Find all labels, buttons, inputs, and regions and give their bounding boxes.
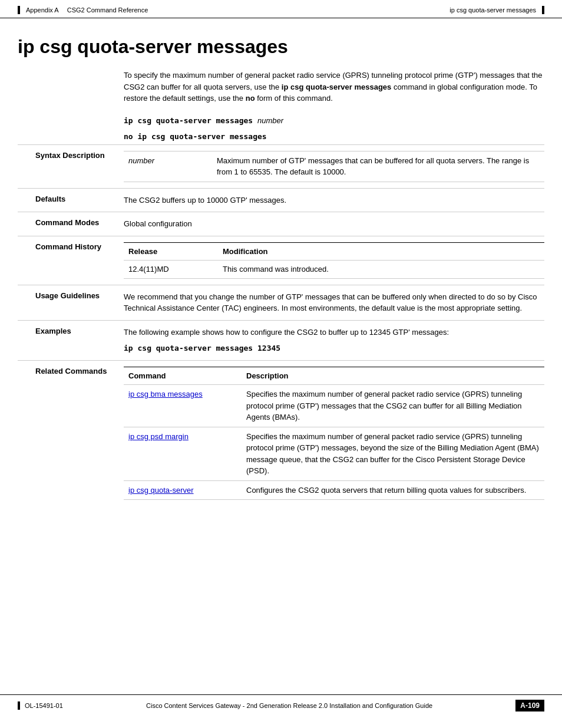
command-history-content: Release Modification 12.4(11)MDThis comm… [124,242,544,279]
command-modes-label: Command Modes [35,218,124,230]
command-history-label: Command History [35,242,124,279]
related-row: ip csg bma messagesSpecifies the maximum… [124,385,544,427]
page-header: Appendix A CSG2 Command Reference ip csg… [0,0,562,18]
cmd-line-2: no ip csg quota-server messages [124,132,544,141]
history-cell-release: 12.4(11)MD [124,261,218,279]
related-cell-command[interactable]: ip csg bma messages [124,385,242,427]
related-table: Command Description ip csg bma messagesS… [124,367,544,500]
usage-guidelines-label: Usage Guidelines [35,291,124,314]
header-left: Appendix A CSG2 Command Reference [18,6,148,14]
header-right-label: ip csg quota-server messages [449,6,536,14]
header-right: ip csg quota-server messages [449,6,544,14]
page-wrapper: Appendix A CSG2 Command Reference ip csg… [0,0,562,728]
usage-guidelines-section: Usage Guidelines We recommend that you c… [18,285,544,320]
syntax-table-row: number Maximum number of GTP' messages t… [124,151,544,182]
usage-guidelines-content: We recommend that you change the number … [124,291,544,314]
related-commands-label: Related Commands [35,367,124,500]
related-col-description: Description [242,367,544,385]
intro-text-3: form of this command. [255,94,333,103]
header-left-bar [18,6,20,14]
examples-text: The following example shows how to confi… [124,327,544,338]
related-col-command: Command [124,367,242,385]
footer-left-bar [18,701,20,710]
defaults-content: The CSG2 buffers up to 10000 GTP' messag… [124,195,544,206]
examples-label: Examples [35,327,124,354]
command-modes-content: Global configuration [124,218,544,230]
related-cell-description: Specifies the maximum number of general … [242,427,544,480]
header-appendix: Appendix A [26,6,59,14]
syntax-description-content: number Maximum number of GTP' messages t… [124,151,544,182]
related-header-row: Command Description [124,367,544,385]
related-commands-section: Related Commands Command Description ip … [18,360,544,506]
syntax-table: number Maximum number of GTP' messages t… [124,151,544,182]
related-row: ip csg quota-serverConfigures the CSG2 q… [124,480,544,500]
syntax-param: number [124,151,212,182]
related-cell-description: Specifies the maximum number of general … [242,385,544,427]
related-cell-description: Configures the CSG2 quota servers that r… [242,480,544,500]
defaults-label: Defaults [35,195,124,206]
header-section: CSG2 Command Reference [67,6,148,14]
history-row: 12.4(11)MDThis command was introduced. [124,261,544,279]
header-right-bar [542,6,544,14]
defaults-section: Defaults The CSG2 buffers up to 10000 GT… [18,188,544,212]
footer-left: OL-15491-01 [18,701,63,710]
related-cell-command[interactable]: ip csg quota-server [124,480,242,500]
examples-content: The following example shows how to confi… [124,327,544,354]
cmd2-bold: no ip csg quota-server messages [124,132,267,141]
cmd-line-1: ip csg quota-server messages number [124,116,544,125]
related-row: ip csg psd marginSpecifies the maximum n… [124,427,544,480]
history-col-modification: Modification [218,242,544,261]
page-title: ip csg quota-server messages [18,36,544,58]
related-commands-content: Command Description ip csg bma messagesS… [124,367,544,500]
command-modes-section: Command Modes Global configuration [18,212,544,236]
history-table: Release Modification 12.4(11)MDThis comm… [124,242,544,279]
syntax-param-desc: Maximum number of GTP' messages that can… [212,151,544,182]
history-cell-modification: This command was introduced. [218,261,544,279]
cmd1-italic: number [257,116,283,125]
intro-bold-cmd: ip csg quota-server messages [282,83,391,91]
page-content: ip csg quota-server messages To specify … [0,18,562,523]
syntax-description-section: Syntax Description number Maximum number… [18,144,544,188]
footer-left-text: OL-15491-01 [25,702,63,709]
examples-section: Examples The following example shows how… [18,320,544,360]
history-col-release: Release [124,242,218,261]
examples-code: ip csg quota-server messages 12345 [124,342,544,354]
intro-section: To specify the maximum number of general… [124,70,544,104]
cmd1-bold: ip csg quota-server messages [124,116,257,125]
footer-right-badge: A-109 [515,700,544,711]
intro-bold-no: no [246,94,255,103]
related-cell-command[interactable]: ip csg psd margin [124,427,242,480]
history-header-row: Release Modification [124,242,544,261]
command-history-section: Command History Release Modification 12.… [18,236,544,285]
syntax-description-label: Syntax Description [35,151,124,182]
footer-center: Cisco Content Services Gateway - 2nd Gen… [63,702,515,709]
page-footer: OL-15491-01 Cisco Content Services Gatew… [0,694,562,716]
